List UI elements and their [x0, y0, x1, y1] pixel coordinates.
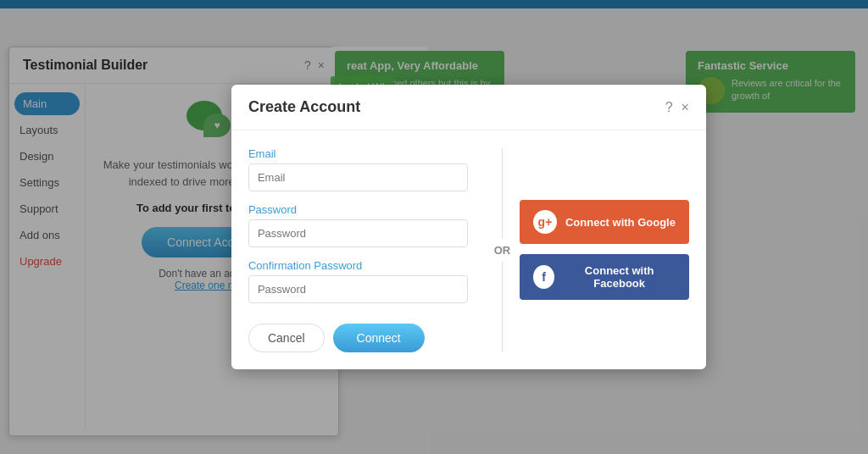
modal-footer: Cancel Connect: [248, 324, 468, 352]
modal-close-icon[interactable]: ×: [682, 100, 689, 115]
email-input[interactable]: [248, 163, 468, 191]
modal-divider: OR: [502, 147, 503, 352]
confirm-label: Confirmation Password: [248, 259, 468, 272]
create-account-modal: Create Account ? × Email Password Confir…: [231, 85, 706, 369]
modal-header: Create Account ? ×: [231, 85, 706, 130]
password-input[interactable]: [248, 219, 468, 247]
modal-title: Create Account: [248, 98, 360, 116]
google-connect-button[interactable]: g+ Connect with Google: [520, 200, 689, 244]
connect-button[interactable]: Connect: [333, 324, 425, 352]
facebook-label: Connect with Facebook: [563, 264, 676, 290]
modal-social: g+ Connect with Google f Connect with Fa…: [520, 147, 689, 352]
modal-help-icon[interactable]: ?: [665, 100, 673, 115]
cancel-button[interactable]: Cancel: [248, 324, 325, 352]
google-icon: g+: [533, 210, 557, 234]
or-label: OR: [491, 239, 515, 262]
email-label: Email: [248, 147, 468, 160]
modal-header-icons: ? ×: [665, 100, 689, 115]
google-label: Connect with Google: [565, 216, 676, 229]
confirm-input[interactable]: [248, 275, 468, 303]
modal-body: Email Password Confirmation Password Can…: [231, 130, 706, 369]
modal-form: Email Password Confirmation Password Can…: [248, 147, 485, 352]
password-label: Password: [248, 203, 468, 216]
facebook-connect-button[interactable]: f Connect with Facebook: [520, 254, 689, 300]
facebook-icon: f: [533, 265, 554, 289]
